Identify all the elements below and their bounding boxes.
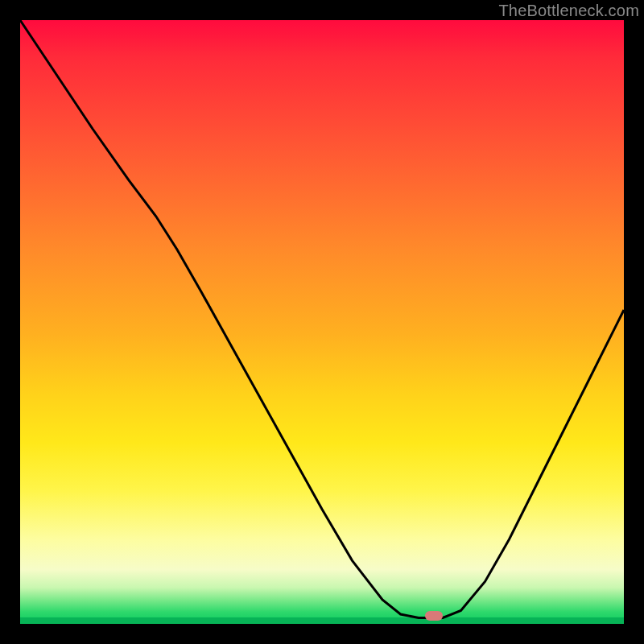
plot-area bbox=[20, 20, 624, 624]
bottleneck-curve bbox=[20, 20, 624, 624]
optimum-marker bbox=[425, 611, 443, 621]
watermark-text: TheBottleneck.com bbox=[498, 2, 639, 20]
curve-path bbox=[20, 20, 624, 618]
chart-frame: TheBottleneck.com bbox=[0, 0, 644, 644]
